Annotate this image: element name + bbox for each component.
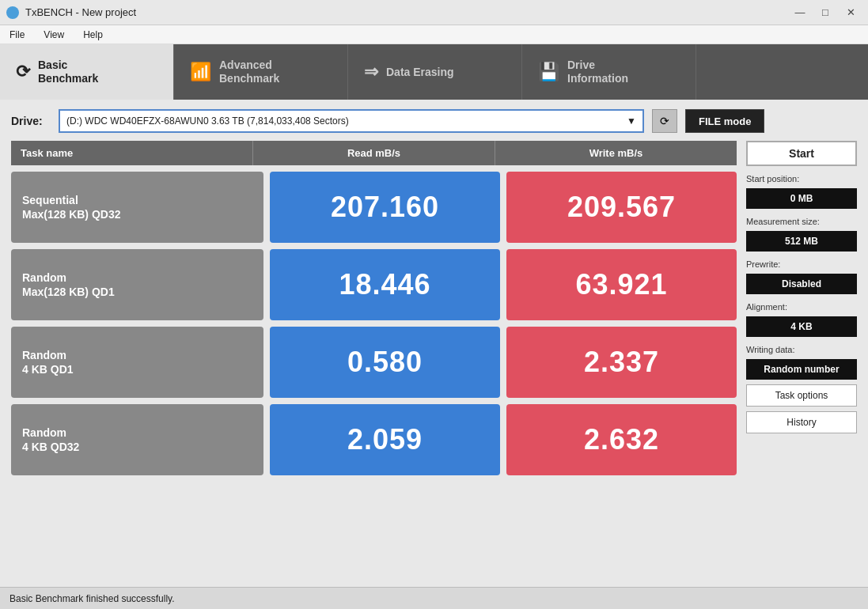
writing-data-label: Writing data:: [746, 345, 857, 354]
tab-basic-benchmark[interactable]: ⟳ BasicBenchmark: [0, 44, 174, 100]
window-title: TxBENCH - New project: [25, 6, 136, 18]
drive-info-icon: 💾: [538, 62, 559, 82]
drive-selector[interactable]: (D:) WDC WD40EFZX-68AWUN0 3.63 TB (7,814…: [59, 109, 644, 133]
read-value-1: 18.446: [270, 249, 500, 320]
tab-advanced-benchmark[interactable]: 📶 AdvancedBenchmark: [174, 44, 348, 100]
read-value-2: 0.580: [270, 327, 500, 398]
close-button[interactable]: ✕: [840, 5, 862, 21]
drive-label: Drive:: [11, 115, 51, 127]
tab-advanced-label: AdvancedBenchmark: [219, 59, 279, 85]
advanced-benchmark-icon: 📶: [190, 62, 211, 82]
write-value-0: 209.567: [506, 172, 737, 243]
body-row: Task name Read mB/s Write mB/s Sequentia…: [11, 141, 857, 577]
measurement-size-label: Measurement size:: [746, 217, 857, 226]
alignment-value: 4 KB: [746, 316, 857, 337]
table-header: Task name Read mB/s Write mB/s: [11, 141, 737, 165]
app-icon: [6, 6, 19, 19]
table-row: Random 4 KB QD1 0.580 2.337: [11, 327, 737, 398]
status-bar: Basic Benchmark finished successfully.: [0, 587, 868, 609]
task-label-2: Random 4 KB QD1: [11, 327, 263, 398]
measurement-size-value: 512 MB: [746, 231, 857, 252]
tab-bar: ⟳ BasicBenchmark 📶 AdvancedBenchmark ⇒ D…: [0, 44, 868, 100]
tab-drive-information[interactable]: 💾 DriveInformation: [522, 44, 696, 100]
dropdown-arrow-icon: ▼: [627, 115, 636, 127]
maximize-button[interactable]: □: [814, 5, 836, 21]
col-task-name: Task name: [11, 141, 253, 165]
menu-bar: File View Help: [0, 25, 868, 44]
title-bar-controls: — □ ✕: [789, 5, 862, 21]
minimize-button[interactable]: —: [789, 5, 811, 21]
start-position-value: 0 MB: [746, 188, 857, 209]
data-erasing-icon: ⇒: [364, 62, 378, 82]
table-row: Sequential Max(128 KB) QD32 207.160 209.…: [11, 172, 737, 243]
task-label-3: Random 4 KB QD32: [11, 404, 263, 475]
read-value-3: 2.059: [270, 404, 500, 475]
alignment-label: Alignment:: [746, 302, 857, 312]
start-button[interactable]: Start: [746, 141, 857, 166]
drive-value: (D:) WDC WD40EFZX-68AWUN0 3.63 TB (7,814…: [66, 115, 349, 127]
task-label-0: Sequential Max(128 KB) QD32: [11, 172, 263, 243]
history-button[interactable]: History: [746, 411, 857, 433]
refresh-icon: ⟳: [660, 115, 669, 127]
table-row: Random Max(128 KB) QD1 18.446 63.921: [11, 249, 737, 320]
prewrite-value: Disabled: [746, 274, 857, 294]
menu-view[interactable]: View: [40, 28, 67, 42]
writing-data-value: Random number: [746, 359, 857, 380]
title-bar-left: TxBENCH - New project: [6, 6, 136, 19]
drive-row: Drive: (D:) WDC WD40EFZX-68AWUN0 3.63 TB…: [11, 109, 857, 133]
basic-benchmark-icon: ⟳: [16, 62, 30, 82]
write-value-2: 2.337: [506, 327, 737, 398]
task-label-1: Random Max(128 KB) QD1: [11, 249, 263, 320]
col-read: Read mB/s: [253, 141, 495, 165]
table-area: Task name Read mB/s Write mB/s Sequentia…: [11, 141, 737, 577]
tab-drive-label: DriveInformation: [567, 59, 628, 85]
read-value-0: 207.160: [270, 172, 500, 243]
menu-help[interactable]: Help: [80, 28, 106, 42]
main-content: Drive: (D:) WDC WD40EFZX-68AWUN0 3.63 TB…: [0, 100, 868, 587]
write-value-3: 2.632: [506, 404, 737, 475]
benchmark-rows: Sequential Max(128 KB) QD32 207.160 209.…: [11, 172, 737, 475]
tab-data-erasing[interactable]: ⇒ Data Erasing: [348, 44, 522, 100]
title-bar: TxBENCH - New project — □ ✕: [0, 0, 868, 25]
menu-file[interactable]: File: [6, 28, 28, 42]
start-position-label: Start position:: [746, 174, 857, 183]
right-panel: Start Start position: 0 MB Measurement s…: [746, 141, 857, 577]
table-row: Random 4 KB QD32 2.059 2.632: [11, 404, 737, 475]
prewrite-label: Prewrite:: [746, 259, 857, 269]
tab-erasing-label: Data Erasing: [386, 66, 454, 79]
file-mode-button[interactable]: FILE mode: [685, 109, 764, 133]
status-text: Basic Benchmark finished successfully.: [9, 593, 175, 604]
drive-refresh-button[interactable]: ⟳: [652, 109, 677, 133]
task-options-button[interactable]: Task options: [746, 384, 857, 407]
col-write: Write mB/s: [495, 141, 737, 165]
write-value-1: 63.921: [506, 249, 737, 320]
tab-basic-label: BasicBenchmark: [38, 59, 98, 85]
